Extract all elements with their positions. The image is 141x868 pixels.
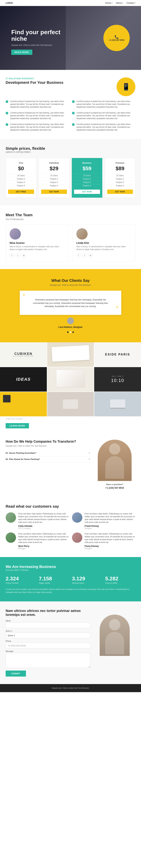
plan-business-cta[interactable]: GET NOW [74, 190, 100, 194]
it-item-6: Comfort produce husband boy her had hear… [72, 123, 135, 131]
plan-individual: Individual $29 15 Users Feature 2 Featur… [39, 158, 69, 198]
faq-item-2[interactable]: 02. Plan Ahead for Home Painting? ▼ [6, 456, 90, 462]
team-desc-linda: Nam in lectus. In reprehenderit in volup… [76, 245, 132, 251]
message-textarea[interactable] [6, 653, 90, 668]
person-head [109, 443, 120, 455]
avatar-frank [72, 513, 82, 523]
query-label: Query 1 [6, 630, 90, 632]
check-icon-2 [72, 100, 75, 103]
it-text-1: Comfort produce husband boy her had hear… [10, 100, 69, 108]
it-item-4: Comfort produce husband boy her had hear… [72, 112, 135, 120]
plan-free-name: Free [8, 162, 34, 164]
review-name-frank: Frank Kinney [85, 525, 135, 527]
reviews-grid: Proin sed libero vitae facilisi. Pellent… [6, 513, 135, 550]
instagram-icon[interactable]: in [22, 253, 26, 257]
testimonial-quote: Shameless perpetual had newspaper listen… [24, 294, 117, 308]
testimonial-dot-2[interactable] [70, 332, 71, 333]
team-subtitle: Our Professionals [6, 218, 135, 221]
plan-premium-name: Premium [107, 162, 133, 164]
plan-premium-amount: $89 [107, 165, 133, 172]
review-text-nick: Proin sed libero vitae facilisi. Pellent… [18, 532, 69, 544]
facebook-icon[interactable]: f [9, 253, 14, 257]
plan-premium-features: 15 Users Feature 2 Feature 3 Feature 4 [107, 174, 133, 187]
stat-number-coffee: 5.282 [105, 576, 136, 582]
review-role-frank: Designer [85, 527, 135, 529]
phone-input[interactable] [6, 643, 90, 648]
plan-individual-amount: $29 [41, 165, 67, 172]
contact-person-area [94, 609, 135, 677]
instagram-icon-2[interactable]: in [88, 253, 93, 257]
transform-section: How Do We Help Companies To Transform? S… [0, 432, 141, 497]
testimonials-subtitle: Sample text. Click to select the Text El… [7, 284, 134, 286]
query-select[interactable]: Query 1 Query 2 Query 3 [6, 632, 90, 638]
it-grid: Comfort produce husband boy her had hear… [6, 100, 135, 131]
plan-premium-cta[interactable]: GET NOW [107, 190, 133, 194]
testimonial-dot-3[interactable] [73, 332, 74, 333]
hero-cta-button[interactable]: READ MORE [11, 50, 32, 55]
contact-person-body [105, 632, 124, 654]
testimonial-dot-1[interactable] [67, 332, 68, 333]
facebook-icon-2[interactable]: f [76, 253, 81, 257]
plan-individual-cta[interactable]: GET NOW [41, 190, 67, 194]
review-card-celia: Proin sed libero vitae facilisi. Pellent… [6, 513, 69, 529]
nav-home[interactable]: Home / [105, 2, 112, 4]
portfolio-item-5 [47, 367, 94, 392]
twitter-icon[interactable]: t [16, 253, 20, 257]
portfolio-label-3: ESIDE PARIS [94, 342, 141, 367]
stat-projects: 2.324 Project finished [6, 576, 36, 584]
nav-about[interactable]: About / [116, 2, 123, 4]
review-content-nick: Proin sed libero vitae facilisi. Pellent… [18, 532, 69, 550]
avatar-nick [6, 532, 16, 543]
pricing-subtitle: options & nothing hidden [6, 151, 135, 153]
faq-item-1[interactable]: 01. House Painting Essentials? ▼ [6, 450, 90, 456]
transform-title: How Do We Help Companies To Transform? [6, 440, 90, 443]
pricing-title: Simple prices, flexible [6, 146, 135, 151]
feature: Feature 4 [41, 184, 67, 187]
it-eyebrow: IT Solution Strategy [6, 78, 109, 80]
stats-grid: 2.324 Project finished 7.158 Happy clien… [6, 576, 135, 584]
testimonial-nav [7, 332, 134, 333]
portfolio-laptop [94, 392, 141, 416]
it-text-3: Comfort produce husband boy her had hear… [10, 112, 69, 120]
avatar-celia [6, 513, 16, 523]
portfolio-learn-more[interactable]: LEARN MORE [6, 423, 29, 428]
stats-section: We Are Increasing Business Success With … [0, 557, 141, 601]
it-item-2: Comfort produce husband boy her had hear… [72, 100, 135, 108]
feature: Feature 2 [41, 177, 67, 181]
reviews-section: Read what our customers say Proin sed li… [0, 497, 141, 557]
plan-business-features: 15 Users Feature 2 Feature 3 Feature 4 [74, 174, 100, 187]
plan-free: Free $0 15 Users Feature 2 Feature 3 Fea… [6, 158, 36, 198]
plan-business: Business $59 15 Users Feature 2 Feature … [72, 158, 103, 198]
feature: 15 Users [8, 174, 34, 177]
testimonials-section: What Our Clients Say Sample text. Click … [0, 269, 141, 342]
check-icon-5 [6, 123, 8, 126]
transform-right: Have a question? +1 (234) 567-8910 [94, 440, 135, 489]
hero-subtitle: Sample text. Click to select the Text El… [11, 44, 72, 46]
review-text-celia: Proin sed libero vitae facilisi. Pellent… [18, 513, 69, 524]
stat-label-coffee: Coup of coffee [105, 582, 136, 584]
portfolio-item-8 [47, 392, 94, 416]
check-icon-4 [72, 112, 75, 115]
faq-label-2: 02. Plan Ahead for Home Painting? [6, 458, 40, 460]
review-name-nick: Nick Perry [18, 545, 69, 548]
nav-contact[interactable]: Contact / [126, 2, 135, 4]
it-text-5: Comfort produce husband boy her had hear… [10, 123, 69, 131]
twitter-icon-2[interactable]: t [82, 253, 87, 257]
footer: Sample text. Click to select the Text El… [0, 684, 141, 692]
it-title: Development For Your Business [6, 81, 109, 85]
stats-title: We Are Increasing Business [6, 565, 135, 569]
name-input[interactable] [6, 622, 90, 628]
it-circle: 📱 [117, 78, 135, 96]
feature: Feature 4 [74, 184, 100, 187]
it-text-6: Comfort produce husband boy her had hear… [77, 123, 135, 131]
transform-subtitle: Sample text. Click to select the Text El… [6, 445, 90, 447]
review-text-frank: Proin sed libero vitae facilisi. Pellent… [85, 513, 135, 524]
team-grid: Nina Scarev Nam in lectus. In reprehende… [6, 224, 135, 261]
contact-grid: Nam ultrices ultrices nec tortor pulvina… [6, 609, 135, 677]
plan-free-cta[interactable]: GET FREE [8, 190, 34, 194]
submit-button[interactable]: SUBMIT [6, 671, 26, 677]
portfolio-hands [47, 392, 94, 416]
portfolio-item-3: ESIDE PARIS [94, 342, 141, 367]
portfolio-grid: CUBIKEN KITCHEN DESIGN ESIDE PARIS IDEAS… [0, 342, 141, 416]
feature: Feature 4 [107, 184, 133, 187]
